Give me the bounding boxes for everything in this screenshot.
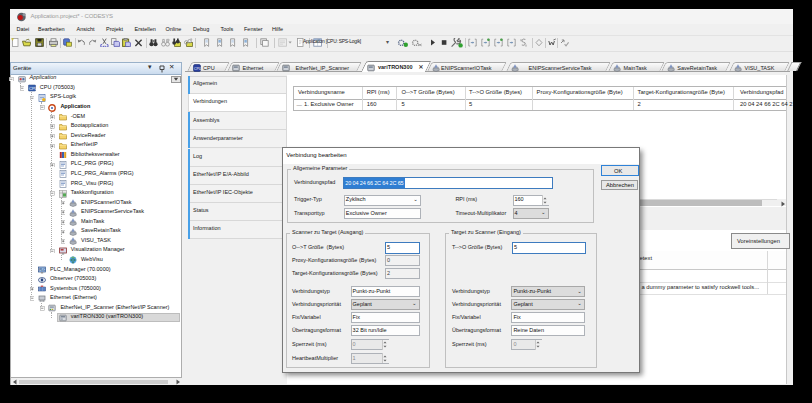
svg-text:PLC: PLC — [39, 268, 46, 272]
svg-text:CPU: CPU — [29, 86, 36, 91]
svg-text:CPU: CPU — [194, 67, 201, 71]
